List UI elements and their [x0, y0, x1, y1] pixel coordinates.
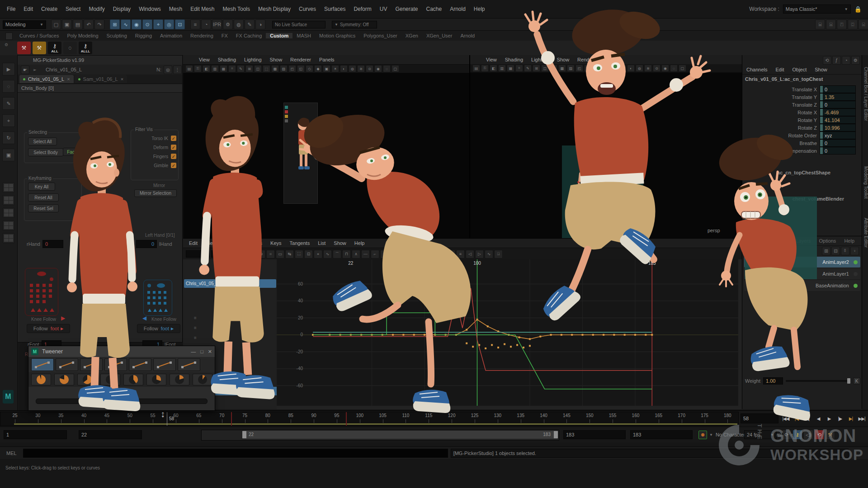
insert-keys-icon[interactable]: ⊕ [257, 250, 265, 258]
tool-settings-toggle-icon[interactable]: ⍓ [826, 19, 836, 29]
attribute-editor-toggle-icon[interactable]: ⍞ [837, 19, 847, 29]
graph-vertical-scrollbar[interactable] [738, 259, 742, 409]
tween-ease-icon[interactable] [104, 358, 127, 371]
value-snap-icon[interactable]: ≡ [456, 250, 465, 258]
viewport-menu-shading[interactable]: Shading [501, 57, 527, 62]
time-snap-icon[interactable]: ⊪ [447, 250, 455, 258]
weight-slider-handle[interactable] [847, 378, 850, 384]
range-slider-track[interactable]: 22 183 [201, 430, 559, 441]
channel-box-toggle-icon[interactable]: ⍠ [848, 19, 858, 29]
anim-layer-animlayer2[interactable]: 🔒AnimLayer2 [744, 257, 860, 267]
viewport-menu-shading[interactable]: Shading [214, 57, 240, 62]
checkbox-checked-icon[interactable]: ✓ [171, 136, 176, 141]
channel-box-menu-channels[interactable]: Channels [742, 67, 771, 72]
channel-box-object-name[interactable]: Chris_v01_05_L:ac_cn_topChest [745, 76, 823, 82]
resolution-gate-icon[interactable]: ⬚ [263, 65, 270, 72]
persp-graph-layout-icon[interactable] [3, 221, 14, 230]
channel-row-volume-compensation[interactable]: Volume Compensation0 [742, 147, 862, 155]
menu-edit-mesh[interactable]: Edit Mesh [186, 6, 218, 12]
menu-arnold[interactable]: Arnold [446, 6, 470, 12]
2d-pan-zoom-icon[interactable]: ⌗ [515, 65, 523, 72]
menu-modify[interactable]: Modify [85, 6, 108, 12]
range-start-handle[interactable] [242, 431, 246, 438]
field-chart-icon[interactable]: ▨ [280, 65, 288, 72]
graph-menu-show[interactable]: Show [330, 240, 350, 246]
shadows-icon[interactable]: ◐ [627, 65, 635, 72]
channel-box-input-node[interactable]: chest_volumeBlender [793, 196, 844, 202]
reset-sel-button[interactable]: Reset Sel [28, 204, 59, 212]
spreadsheet-icon[interactable]: ⊞ [238, 250, 246, 258]
snap-curve-icon[interactable]: ∿ [121, 19, 131, 29]
channel-row-rotate-x[interactable]: Rotate X-6.469 [742, 108, 862, 116]
viewport-menu-renderer[interactable]: Renderer [286, 57, 315, 62]
minimize-button[interactable]: — [191, 349, 196, 354]
frame-all-icon[interactable]: ⛶ [295, 250, 303, 258]
layer-active-dot[interactable] [854, 284, 858, 288]
image-plane-icon[interactable]: ▦ [220, 65, 227, 72]
lock-tangent-weight-icon[interactable]: ⚿ [437, 250, 446, 258]
create-empty-layer-icon[interactable]: ⊞ [822, 247, 830, 255]
film-gate-icon[interactable]: ◫ [254, 65, 262, 72]
overshoot-3-icon[interactable] [100, 374, 120, 385]
gate-mask-icon[interactable]: ▩ [271, 65, 279, 72]
tab-modeling-toolkit[interactable]: Modeling Toolkit [862, 163, 868, 202]
anim-icon[interactable]: ◔ [842, 56, 850, 65]
safe-title-icon[interactable]: ◱ [297, 65, 305, 72]
menu-file[interactable]: File [3, 6, 19, 12]
shelf-item-mg-picker-sam-shelf-icon[interactable]: ⚒ [33, 42, 46, 54]
layer-menu-layers[interactable]: Layers [792, 238, 815, 244]
shelf-tab-polygons-user[interactable]: Polygons_User [359, 33, 401, 38]
swatch-gray-icon[interactable] [285, 119, 288, 122]
swatch-teal-icon[interactable] [285, 106, 288, 109]
shelf-tab-custom[interactable]: Custom [266, 33, 292, 38]
frame-playback-icon[interactable]: ⊡ [304, 250, 313, 258]
wireframe-icon[interactable]: ◇ [593, 65, 600, 72]
graph-menu-list[interactable]: List [314, 240, 330, 246]
shelf-tab-curves-surfaces[interactable]: Curves / Surfaces [15, 33, 63, 38]
menu-curves[interactable]: Curves [295, 6, 320, 12]
select-camera-icon[interactable]: ▤ [185, 65, 193, 72]
command-line-input[interactable] [23, 449, 448, 458]
left-fingers-picker-grid[interactable] [143, 280, 172, 316]
graph-horizontal-scrollbar[interactable] [277, 406, 742, 409]
save-scene-icon[interactable]: ▤ [73, 19, 83, 29]
channel-row-rotate-y[interactable]: Rotate Y41.104 [742, 116, 862, 124]
menu-windows[interactable]: Windows [135, 6, 165, 12]
character-set-icon[interactable]: ⚉ [698, 431, 707, 439]
bookmark-icon[interactable]: ▥ [211, 65, 219, 72]
break-tangents-icon[interactable]: ⋔ [409, 250, 417, 258]
reset-all-button[interactable]: Reset All [28, 193, 59, 202]
animation-start-field[interactable]: 1 [4, 430, 67, 439]
shelf-tab-fx[interactable]: FX [217, 33, 232, 38]
channel-row-translate-x[interactable]: Translate X0 [742, 85, 862, 93]
overshoot-1-icon[interactable] [54, 374, 74, 385]
move-layer-down-icon[interactable]: ⍖ [850, 247, 859, 255]
shelf-tab-rigging[interactable]: Rigging [131, 33, 156, 38]
shelf-options-icon[interactable]: ⚙ [5, 42, 12, 52]
overshoot-0-icon[interactable] [31, 374, 51, 385]
chevron-down-icon[interactable]: ▼ [709, 433, 713, 437]
snap-point-icon[interactable]: ◉ [132, 19, 142, 29]
shelf-item-mg-picker-chris-shelf-icon[interactable]: ⚒ [17, 42, 31, 54]
channel-value-field[interactable]: -6.469 [820, 108, 856, 116]
channel-value-field[interactable]: xyz [820, 131, 856, 139]
grease-pencil-icon[interactable]: ✎ [237, 65, 245, 72]
tween-burst-icon[interactable] [129, 358, 151, 371]
unify-tangents-icon[interactable]: Y [418, 250, 427, 258]
multisample-icon[interactable]: ⊙ [653, 65, 660, 72]
layer-menu-options[interactable]: Options [815, 238, 840, 244]
overshoot-6-icon[interactable] [170, 374, 189, 385]
current-time-indicator[interactable] [167, 412, 167, 426]
overshoot-7-icon[interactable] [193, 374, 212, 385]
lattice-deform-icon[interactable]: ⌗ [266, 250, 275, 258]
rotate-tool-icon[interactable]: ↻ [2, 131, 15, 144]
graph-menu-view[interactable]: View [202, 240, 221, 246]
snap-projected-center-icon[interactable]: ⊙ [142, 19, 152, 29]
select-all-button[interactable]: Select All [28, 137, 57, 145]
isolate-select-icon[interactable]: ◌ [670, 65, 678, 72]
shelf-tab-fx-caching[interactable]: FX Caching [232, 33, 266, 38]
graph-menu-select[interactable]: Select [221, 240, 243, 246]
spline-tangent-icon[interactable]: ⌒ [333, 250, 341, 258]
picker-tab-sam_v01_06_l[interactable]: Sam_v01_06_L× [75, 75, 127, 83]
channel-box-menu-show[interactable]: Show [811, 67, 831, 72]
